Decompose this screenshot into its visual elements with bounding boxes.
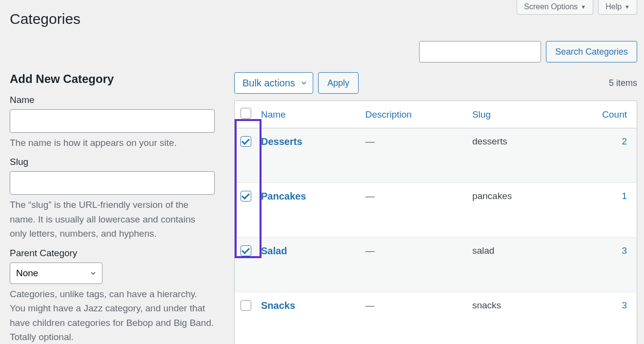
parent-select[interactable]: None <box>10 263 102 284</box>
column-name[interactable]: Name <box>256 101 361 128</box>
category-description: — <box>361 292 467 344</box>
table-row: Snacks—snacks3 <box>235 292 637 344</box>
category-description: — <box>361 238 467 292</box>
category-slug: snacks <box>467 292 562 344</box>
parent-label: Parent Category <box>10 248 224 259</box>
table-row: Salad—salad3 <box>235 238 637 292</box>
category-description: — <box>361 128 467 183</box>
name-input[interactable] <box>10 109 215 133</box>
category-name-link[interactable]: Desserts <box>261 136 302 147</box>
add-new-category-heading: Add New Category <box>10 72 224 86</box>
slug-hint: The “slug” is the URL-friendly version o… <box>10 198 215 241</box>
help-label: Help <box>605 2 622 11</box>
row-checkbox[interactable] <box>241 191 251 202</box>
row-checkbox[interactable] <box>241 245 251 256</box>
column-slug[interactable]: Slug <box>467 101 562 128</box>
bulk-actions-select[interactable]: Bulk actions <box>234 72 313 94</box>
category-slug: desserts <box>467 128 562 183</box>
category-count-link[interactable]: 1 <box>622 191 627 201</box>
help-button[interactable]: Help ▼ <box>598 0 637 15</box>
category-count-link[interactable]: 3 <box>622 300 627 310</box>
apply-button[interactable]: Apply <box>318 72 359 94</box>
category-slug: salad <box>467 238 562 292</box>
column-count[interactable]: Count <box>562 101 637 128</box>
screen-options-button[interactable]: Screen Options ▼ <box>517 0 593 15</box>
items-count: 5 items <box>609 78 637 88</box>
row-checkbox[interactable] <box>241 300 251 311</box>
column-description[interactable]: Description <box>361 101 467 128</box>
row-checkbox[interactable] <box>241 136 251 147</box>
table-row: Pancakes—pancakes1 <box>235 183 637 238</box>
table-row: Desserts—desserts2 <box>235 128 637 183</box>
search-categories-button[interactable]: Search Categories <box>546 41 637 62</box>
chevron-down-icon: ▼ <box>624 4 630 10</box>
chevron-down-icon: ▼ <box>581 4 586 10</box>
category-name-link[interactable]: Snacks <box>261 300 295 311</box>
name-hint: The name is how it appears on your site. <box>10 136 215 150</box>
categories-table: Name Description Slug Count Desserts—des… <box>234 101 637 344</box>
category-slug: pancakes <box>467 183 562 238</box>
category-description: — <box>361 183 467 238</box>
select-all-checkbox[interactable] <box>241 108 251 119</box>
category-name-link[interactable]: Pancakes <box>261 191 306 202</box>
screen-options-label: Screen Options <box>524 2 578 11</box>
parent-hint: Categories, unlike tags, can have a hier… <box>10 287 215 344</box>
category-count-link[interactable]: 2 <box>622 136 627 146</box>
slug-label: Slug <box>10 157 224 167</box>
category-name-link[interactable]: Salad <box>261 245 287 256</box>
slug-input[interactable] <box>10 171 215 195</box>
name-label: Name <box>10 95 224 105</box>
search-input[interactable] <box>419 41 541 62</box>
category-count-link[interactable]: 3 <box>622 245 627 256</box>
